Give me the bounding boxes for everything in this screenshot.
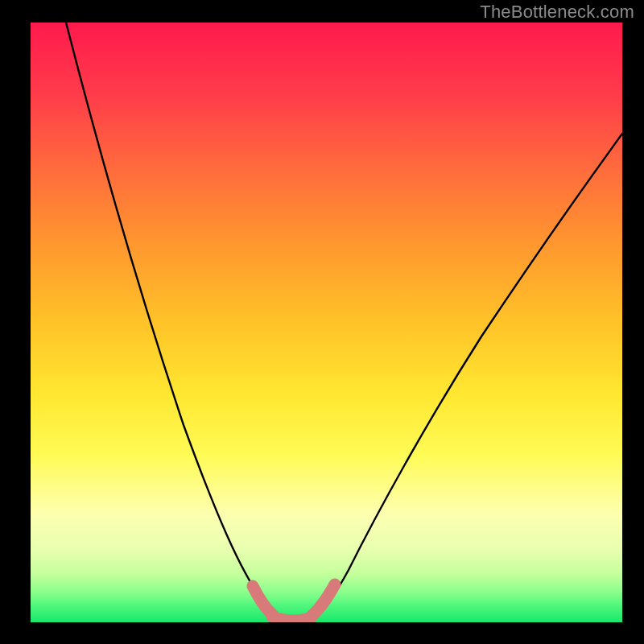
floor-highlight-left <box>253 586 272 614</box>
floor-highlight-right <box>311 584 335 617</box>
bottleneck-curve-svg <box>31 23 622 622</box>
chart-frame: TheBottleneck.com <box>0 0 644 644</box>
plot-area <box>31 23 622 622</box>
watermark-text: TheBottleneck.com <box>480 2 634 23</box>
bottleneck-curve-path <box>66 23 622 621</box>
